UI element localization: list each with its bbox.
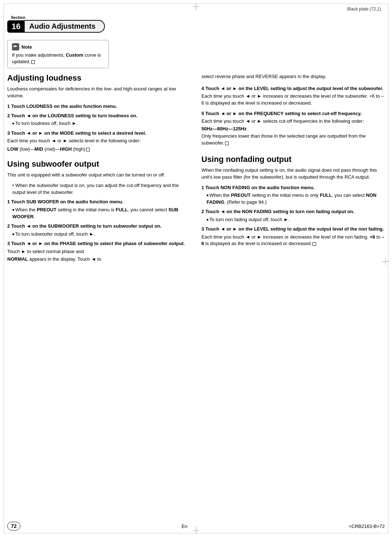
right-column: select reverse phase and REVERSE appears… <box>201 73 385 519</box>
page-number: 72 <box>7 522 20 530</box>
subwoofer-step1: 1 Touch SUB WOOFER on the audio function… <box>7 199 191 220</box>
nonfading-step1-body: When the PREOUT setting in the initial m… <box>201 192 385 206</box>
subwoofer-step2-body: To turn subwoofer output off, touch ►. <box>7 231 191 238</box>
loudness-step3-order: LOW (low)—MID (mid)—HIGH (high) <box>7 146 191 153</box>
end-mark-2 <box>86 148 90 151</box>
nonfading-step2-body: To turn non fading output off, touch ►. <box>201 216 385 223</box>
note-label: Note <box>21 44 32 50</box>
note-box: Note If you make adjustments, Custom cur… <box>7 40 109 68</box>
nonfading-step1: 1 Touch NON FADING on the audio function… <box>201 184 385 206</box>
crosshair-top <box>192 3 200 10</box>
subwoofer-step3-heading: 3 Touch ◄ or ► on the PHASE setting to s… <box>7 240 191 247</box>
end-mark-4 <box>313 242 316 246</box>
content-area: Note If you make adjustments, Custom cur… <box>7 40 385 519</box>
phase-continuation: select reverse phase and REVERSE appears… <box>201 73 385 80</box>
subwoofer-step2-heading: 2 Touch ◄ on the SUBWOOFER setting to tu… <box>7 223 191 229</box>
subwoofer-step5-note: Only frequencies lower than those in the… <box>201 133 385 147</box>
adjusting-loudness-intro: Loudness compensates for deficiencies in… <box>7 86 191 99</box>
nonfading-step1-heading: 1 Touch NON FADING on the audio function… <box>201 184 385 191</box>
left-column: Adjusting loudness Loudness compensates … <box>7 73 191 519</box>
subwoofer-step3-body2: NORMAL appears in the display. Touch ◄ t… <box>7 256 191 263</box>
subwoofer-output-section: Using subwoofer output This unit is equi… <box>7 159 191 263</box>
footer-code: <CRB2163-B>72 <box>349 524 385 529</box>
subwoofer-step1-body: When the PREOUT setting in the initial m… <box>7 207 191 220</box>
adjusting-loudness-heading: Adjusting loudness <box>7 73 191 83</box>
top-right-label: Black plate (72,1) <box>347 7 381 12</box>
section-label: Section <box>11 15 25 20</box>
nonfading-step2-heading: 2 Touch ◄ on the NON FADING setting to t… <box>201 208 385 215</box>
footer-lang: En <box>182 524 188 529</box>
subwoofer-step5-body: Each time you touch ◄ or ► selects cut-o… <box>201 118 385 125</box>
end-mark <box>31 60 35 64</box>
nonfading-step3-body: Each time you touch ◄ or ► increases or … <box>201 234 385 248</box>
loudness-step3-heading: 3 Touch ◄ or ► on the MODE setting to se… <box>7 130 191 137</box>
subwoofer-heading: Using subwoofer output <box>7 159 191 169</box>
footer: 72 En <CRB2163-B>72 <box>7 522 385 530</box>
loudness-step1: 1 Touch LOUDNESS on the audio function m… <box>7 103 191 110</box>
end-mark-3 <box>225 142 229 145</box>
note-header: Note <box>12 43 104 50</box>
nonfading-section: Using nonfading output When the nonfadin… <box>201 155 385 247</box>
subwoofer-bullet1-text: When the subwoofer output is on, you can… <box>12 182 191 196</box>
note-text: If you make adjustments, Custom curve is… <box>12 52 104 65</box>
loudness-step1-heading: 1 Touch LOUDNESS on the audio function m… <box>7 103 191 110</box>
nonfading-step3-heading: 3 Touch ◄ or ► on the LEVEL setting to a… <box>201 226 385 232</box>
nonfading-step3: 3 Touch ◄ or ► on the LEVEL setting to a… <box>201 226 385 247</box>
subwoofer-bullet1: When the subwoofer output is on, you can… <box>7 182 191 196</box>
subwoofer-step4-body: Each time you touch ◄ or ► increases or … <box>201 93 385 107</box>
loudness-step2-body: To turn loudness off, touch ►. <box>7 120 191 127</box>
loudness-step2-heading: 2 Touch ◄ on the LOUDNESS setting to tur… <box>7 113 191 119</box>
subwoofer-step2: 2 Touch ◄ on the SUBWOOFER setting to tu… <box>7 223 191 237</box>
nonfading-step2: 2 Touch ◄ on the NON FADING setting to t… <box>201 208 385 223</box>
section-title: Audio Adjustments <box>25 20 105 33</box>
subwoofer-step4: 4 Touch ◄ or ► on the LEVEL setting to a… <box>201 85 385 107</box>
subwoofer-step1-heading: 1 Touch SUB WOOFER on the audio function… <box>7 199 191 205</box>
subwoofer-step5-heading: 5 Touch ◄ or ► on the FREQUENCY setting … <box>201 110 385 117</box>
loudness-step2: 2 Touch ◄ on the LOUDNESS setting to tur… <box>7 113 191 127</box>
subwoofer-step3: 3 Touch ◄ or ► on the PHASE setting to s… <box>7 240 191 263</box>
subwoofer-step1-bullet: When the PREOUT setting in the initial m… <box>12 207 191 220</box>
subwoofer-freq-order: 50Hz—80Hz—125Hz <box>201 126 385 131</box>
section-header: 16 Audio Adjustments <box>7 20 105 33</box>
loudness-step3-body: Each time you touch ◄ or ► selects level… <box>7 138 191 145</box>
subwoofer-step5: 5 Touch ◄ or ► on the FREQUENCY setting … <box>201 110 385 147</box>
subwoofer-step4-heading: 4 Touch ◄ or ► on the LEVEL setting to a… <box>201 85 385 92</box>
nonfading-step2-bullet: To turn non fading output off, touch ►. <box>207 216 385 223</box>
adjusting-loudness-section: Adjusting loudness Loudness compensates … <box>7 73 191 152</box>
nonfading-heading: Using nonfading output <box>201 155 385 164</box>
two-column-layout: Adjusting loudness Loudness compensates … <box>7 73 385 519</box>
loudness-step3: 3 Touch ◄ or ► on the MODE setting to se… <box>7 130 191 153</box>
subwoofer-step2-bullet: To turn subwoofer output off, touch ►. <box>12 231 191 238</box>
nonfading-intro: When the nonfading output setting is on,… <box>201 167 385 181</box>
loudness-step2-bullet: To turn loudness off, touch ►. <box>12 120 191 127</box>
note-icon <box>12 43 19 50</box>
subwoofer-step3-body1: Touch ► to select normal phase and <box>7 248 191 255</box>
section-number: 16 <box>7 20 25 33</box>
subwoofer-intro: This unit is equipped with a subwoofer o… <box>7 172 191 179</box>
nonfading-step1-bullet: When the PREOUT setting in the initial m… <box>207 192 385 206</box>
